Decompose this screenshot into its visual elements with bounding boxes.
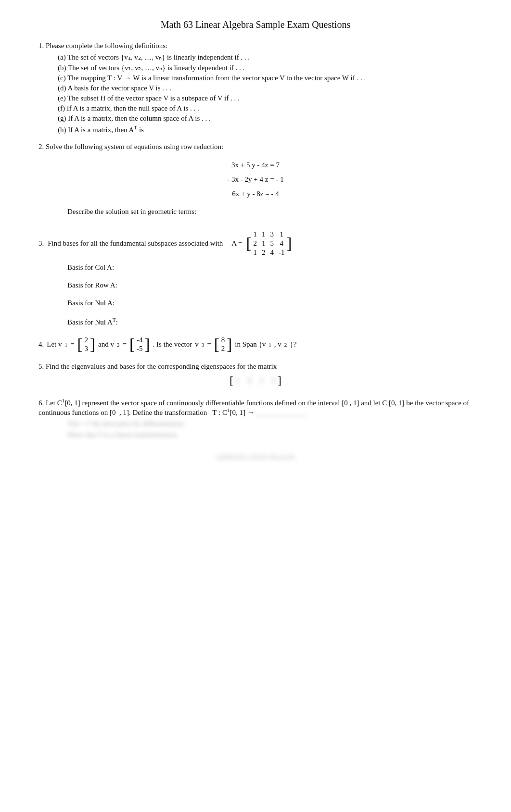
q5-label: 5. Find the eigenvalues and bases for th… <box>38 362 473 371</box>
eq2: - 3x - 2y + 4 z = - 1 <box>38 172 473 187</box>
question-5: 5. Find the eigenvalues and bases for th… <box>38 362 473 386</box>
q3-bases: Basis for Col A: Basis for Row A: Basis … <box>67 263 473 326</box>
v1-matrix: [ 2 3 ] <box>77 336 96 353</box>
v2-matrix: [ -4 -5 ] <box>129 336 150 353</box>
q1a: (a) The set of vectors {v₁, v₂, …, vₙ} i… <box>58 53 473 62</box>
q6-blurred-line1: T(f) = f' the derivative by differentiat… <box>67 420 473 428</box>
question-3: 3. Find bases for all the fundamental su… <box>38 230 473 326</box>
q3-row: 3. Find bases for all the fundamental su… <box>38 230 473 257</box>
q1g: (g) If A is a matrix, then the column sp… <box>58 114 473 123</box>
q1e: (e) The subset H of the vector space V i… <box>58 94 473 102</box>
q1f: (f) If A is a matrix, then the null spac… <box>58 104 473 112</box>
q3-matrix: [ 1131 2154 124-1 ] <box>246 230 292 257</box>
q3-matrix-label: A = <box>231 239 242 248</box>
question-4: 4. Let v1 = [ 2 3 ] and v2 = [ -4 -5 ] .… <box>38 336 473 353</box>
q1-label: 1. Please complete the following definit… <box>38 42 473 50</box>
q4-row: 4. Let v1 = [ 2 3 ] and v2 = [ -4 -5 ] .… <box>38 336 473 353</box>
question-6: 6. Let C1[0, 1] represent the vector spa… <box>38 398 473 439</box>
q3-matrix-inner: 1131 2154 124-1 <box>254 230 285 257</box>
q1b: (b) The set of vectors {v₁, v₂, …, vₙ} i… <box>58 63 473 72</box>
question-1: 1. Please complete the following definit… <box>38 42 473 134</box>
q5-matrix-container: [ 1 2 1 2 ] <box>38 375 473 386</box>
question-2: 2. Solve the following system of equatio… <box>38 143 473 216</box>
q2-label: 2. Solve the following system of equatio… <box>38 143 473 151</box>
q2-equations: 3x + 5 y - 4z = 7 - 3x - 2y + 4 z = - 1 … <box>38 158 473 201</box>
q1c: (c) The mapping T : V → W is a linear tr… <box>58 74 473 82</box>
basis-col: Basis for Col A: <box>67 263 473 272</box>
eq1: 3x + 5 y - 4z = 7 <box>38 158 473 172</box>
v3-matrix: [ 8 2 ] <box>214 336 232 353</box>
eq3: 6x + y - 8z = - 4 <box>38 187 473 201</box>
q6-blurred-line2: Show that T is a linear transformation. <box>67 431 473 439</box>
q1d: (d) A basis for the vector space V is . … <box>58 84 473 92</box>
q5-matrix: [ 1 2 1 2 ] <box>230 375 281 386</box>
bottom-blurred: (additional content obscured) <box>38 453 473 461</box>
basis-nul-t: Basis for Nul AT: <box>67 317 473 326</box>
basis-row: Basis for Row A: <box>67 281 473 289</box>
q1h: (h) If A is a matrix, then AT is <box>58 125 473 134</box>
basis-nul: Basis for Nul A: <box>67 299 473 307</box>
page-title: Math 63 Linear Algebra Sample Exam Quest… <box>38 19 473 30</box>
q6-label: 6. Let C1[0, 1] represent the vector spa… <box>38 398 473 417</box>
q2-describe: Describe the solution set in geometric t… <box>67 208 473 216</box>
